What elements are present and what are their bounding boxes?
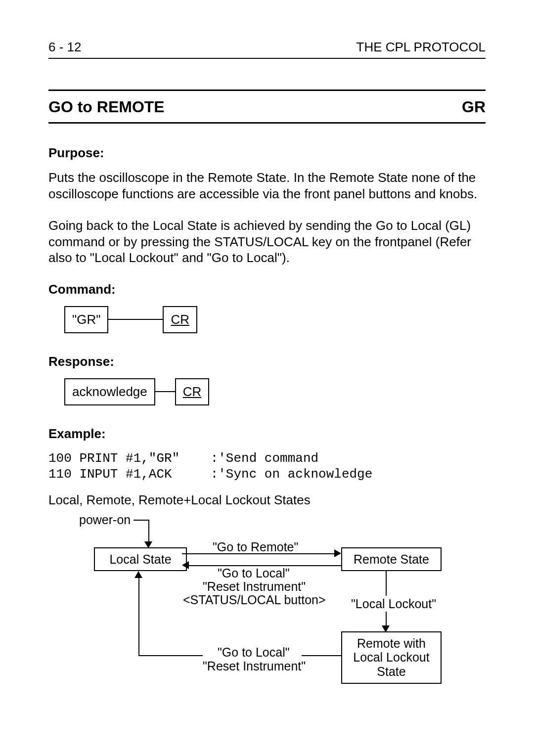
syntax-connector — [108, 319, 163, 320]
page-number: 6 - 12 — [48, 40, 82, 55]
command-mnemonic: GR — [462, 98, 486, 116]
sd-line — [138, 577, 139, 656]
sd-arrow-up — [134, 571, 142, 578]
sd-line — [386, 612, 387, 626]
sd-line — [134, 520, 148, 521]
sd-local-lockout-label: "Local Lockout" — [351, 597, 436, 611]
sd-line — [138, 655, 203, 656]
sd-line — [148, 520, 149, 542]
purpose-paragraph-1: Puts the oscilloscope in the Remote Stat… — [48, 170, 486, 202]
purpose-heading: Purpose: — [48, 145, 486, 161]
command-token-cr: CR — [163, 306, 197, 333]
example-heading: Example: — [48, 426, 486, 442]
running-header: 6 - 12 THE CPL PROTOCOL — [48, 40, 486, 59]
command-name: GO to REMOTE — [48, 98, 165, 116]
sd-status-btn-label: <STATUS/LOCAL button> — [183, 593, 326, 607]
sd-arrow-right — [334, 549, 341, 557]
command-title-block: GO to REMOTE GR — [48, 89, 486, 124]
command-heading: Command: — [48, 282, 486, 297]
sd-go-to-local-label: "Go to Local" — [218, 566, 290, 580]
state-diagram: power-on Local State Remote State "Go to… — [64, 513, 450, 686]
sd-power-on-label: power-on — [79, 513, 131, 527]
chapter-title: THE CPL PROTOCOL — [356, 40, 486, 55]
sd-go-to-local-label-2: "Go to Local" — [218, 645, 290, 660]
sd-go-to-remote-label: "Go to Remote" — [213, 540, 298, 554]
response-heading: Response: — [48, 354, 486, 369]
states-caption: Local, Remote, Remote+Local Lockout Stat… — [48, 492, 486, 508]
sd-arrow-left — [182, 561, 189, 569]
sd-local-state-box: Local State — [94, 547, 187, 572]
response-token-cr: CR — [175, 378, 210, 405]
response-syntax: acknowledge CR — [64, 378, 486, 405]
sd-remote-state-box: Remote State — [341, 547, 442, 572]
command-token-gr: "GR" — [64, 306, 108, 333]
response-token-ack: acknowledge — [64, 378, 155, 405]
command-syntax: "GR" CR — [64, 306, 486, 333]
sd-remote-ll-box: Remote with Local Lockout State — [341, 631, 442, 684]
sd-reset-instr-label-2: "Reset Instrument" — [203, 659, 306, 673]
purpose-paragraph-2: Going back to the Local State is achieve… — [48, 218, 486, 266]
sd-line — [386, 571, 387, 596]
syntax-connector — [155, 391, 175, 392]
sd-reset-instr-label: "Reset Instrument" — [203, 579, 306, 594]
sd-line — [302, 655, 341, 656]
example-code: 100 PRINT #1,"GR" :'Send command 110 INP… — [48, 450, 486, 483]
